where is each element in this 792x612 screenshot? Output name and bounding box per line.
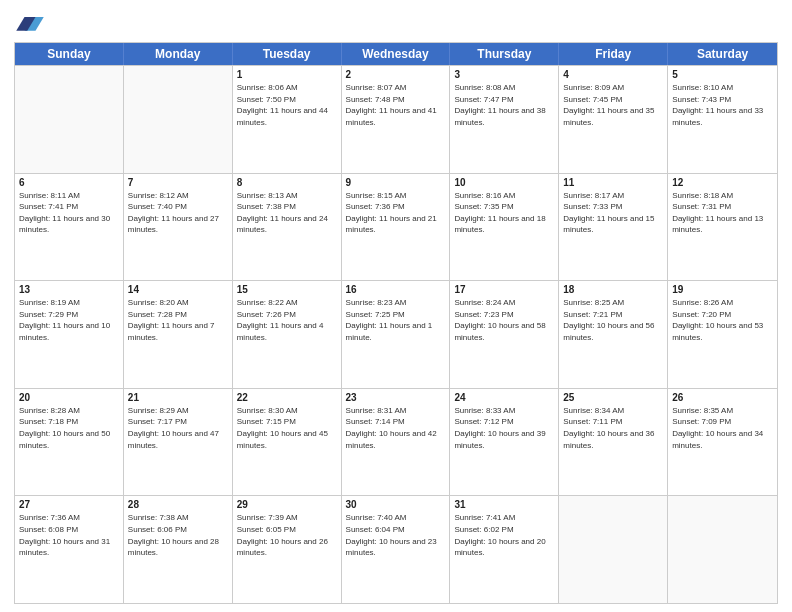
cell-info: Sunrise: 8:28 AM Sunset: 7:18 PM Dayligh… (19, 405, 119, 451)
cell-info: Sunrise: 8:16 AM Sunset: 7:35 PM Dayligh… (454, 190, 554, 236)
calendar-cell: 1Sunrise: 8:06 AM Sunset: 7:50 PM Daylig… (233, 66, 342, 173)
calendar-week-2: 6Sunrise: 8:11 AM Sunset: 7:41 PM Daylig… (15, 173, 777, 281)
calendar-cell: 5Sunrise: 8:10 AM Sunset: 7:43 PM Daylig… (668, 66, 777, 173)
cell-day-number: 10 (454, 177, 554, 188)
cell-day-number: 11 (563, 177, 663, 188)
day-header-wednesday: Wednesday (342, 43, 451, 65)
cell-info: Sunrise: 7:36 AM Sunset: 6:08 PM Dayligh… (19, 512, 119, 558)
calendar-cell: 26Sunrise: 8:35 AM Sunset: 7:09 PM Dayli… (668, 389, 777, 496)
cell-info: Sunrise: 7:41 AM Sunset: 6:02 PM Dayligh… (454, 512, 554, 558)
logo-icon (16, 10, 44, 32)
calendar-cell: 27Sunrise: 7:36 AM Sunset: 6:08 PM Dayli… (15, 496, 124, 603)
cell-info: Sunrise: 8:29 AM Sunset: 7:17 PM Dayligh… (128, 405, 228, 451)
cell-info: Sunrise: 8:10 AM Sunset: 7:43 PM Dayligh… (672, 82, 773, 128)
cell-info: Sunrise: 8:19 AM Sunset: 7:29 PM Dayligh… (19, 297, 119, 343)
day-header-monday: Monday (124, 43, 233, 65)
calendar-cell: 11Sunrise: 8:17 AM Sunset: 7:33 PM Dayli… (559, 174, 668, 281)
cell-info: Sunrise: 8:06 AM Sunset: 7:50 PM Dayligh… (237, 82, 337, 128)
cell-info: Sunrise: 8:13 AM Sunset: 7:38 PM Dayligh… (237, 190, 337, 236)
cell-day-number: 17 (454, 284, 554, 295)
calendar-cell: 22Sunrise: 8:30 AM Sunset: 7:15 PM Dayli… (233, 389, 342, 496)
cell-day-number: 9 (346, 177, 446, 188)
cell-info: Sunrise: 8:11 AM Sunset: 7:41 PM Dayligh… (19, 190, 119, 236)
cell-info: Sunrise: 8:25 AM Sunset: 7:21 PM Dayligh… (563, 297, 663, 343)
header (14, 10, 778, 36)
cell-info: Sunrise: 8:08 AM Sunset: 7:47 PM Dayligh… (454, 82, 554, 128)
calendar-cell: 31Sunrise: 7:41 AM Sunset: 6:02 PM Dayli… (450, 496, 559, 603)
cell-day-number: 12 (672, 177, 773, 188)
calendar-cell: 2Sunrise: 8:07 AM Sunset: 7:48 PM Daylig… (342, 66, 451, 173)
cell-info: Sunrise: 8:31 AM Sunset: 7:14 PM Dayligh… (346, 405, 446, 451)
cell-day-number: 16 (346, 284, 446, 295)
cell-info: Sunrise: 8:17 AM Sunset: 7:33 PM Dayligh… (563, 190, 663, 236)
cell-day-number: 25 (563, 392, 663, 403)
cell-info: Sunrise: 7:40 AM Sunset: 6:04 PM Dayligh… (346, 512, 446, 558)
cell-day-number: 29 (237, 499, 337, 510)
cell-day-number: 3 (454, 69, 554, 80)
calendar-cell: 28Sunrise: 7:38 AM Sunset: 6:06 PM Dayli… (124, 496, 233, 603)
calendar-cell: 9Sunrise: 8:15 AM Sunset: 7:36 PM Daylig… (342, 174, 451, 281)
cell-day-number: 5 (672, 69, 773, 80)
calendar-week-5: 27Sunrise: 7:36 AM Sunset: 6:08 PM Dayli… (15, 495, 777, 603)
calendar-cell: 13Sunrise: 8:19 AM Sunset: 7:29 PM Dayli… (15, 281, 124, 388)
calendar-week-4: 20Sunrise: 8:28 AM Sunset: 7:18 PM Dayli… (15, 388, 777, 496)
cell-day-number: 15 (237, 284, 337, 295)
cell-info: Sunrise: 8:30 AM Sunset: 7:15 PM Dayligh… (237, 405, 337, 451)
calendar-cell (124, 66, 233, 173)
calendar-cell (559, 496, 668, 603)
calendar-cell: 7Sunrise: 8:12 AM Sunset: 7:40 PM Daylig… (124, 174, 233, 281)
cell-day-number: 31 (454, 499, 554, 510)
cell-info: Sunrise: 8:09 AM Sunset: 7:45 PM Dayligh… (563, 82, 663, 128)
cell-day-number: 2 (346, 69, 446, 80)
cell-day-number: 1 (237, 69, 337, 80)
cell-day-number: 4 (563, 69, 663, 80)
calendar-header: SundayMondayTuesdayWednesdayThursdayFrid… (15, 43, 777, 65)
calendar-cell: 8Sunrise: 8:13 AM Sunset: 7:38 PM Daylig… (233, 174, 342, 281)
cell-info: Sunrise: 7:38 AM Sunset: 6:06 PM Dayligh… (128, 512, 228, 558)
cell-info: Sunrise: 8:24 AM Sunset: 7:23 PM Dayligh… (454, 297, 554, 343)
calendar-cell: 12Sunrise: 8:18 AM Sunset: 7:31 PM Dayli… (668, 174, 777, 281)
calendar-cell: 15Sunrise: 8:22 AM Sunset: 7:26 PM Dayli… (233, 281, 342, 388)
logo (14, 10, 46, 36)
calendar-cell (15, 66, 124, 173)
cell-day-number: 8 (237, 177, 337, 188)
calendar-cell: 3Sunrise: 8:08 AM Sunset: 7:47 PM Daylig… (450, 66, 559, 173)
calendar-body: 1Sunrise: 8:06 AM Sunset: 7:50 PM Daylig… (15, 65, 777, 603)
cell-day-number: 30 (346, 499, 446, 510)
calendar-cell: 24Sunrise: 8:33 AM Sunset: 7:12 PM Dayli… (450, 389, 559, 496)
cell-info: Sunrise: 8:18 AM Sunset: 7:31 PM Dayligh… (672, 190, 773, 236)
day-header-tuesday: Tuesday (233, 43, 342, 65)
cell-day-number: 22 (237, 392, 337, 403)
day-header-sunday: Sunday (15, 43, 124, 65)
cell-day-number: 19 (672, 284, 773, 295)
page: SundayMondayTuesdayWednesdayThursdayFrid… (0, 0, 792, 612)
cell-day-number: 21 (128, 392, 228, 403)
cell-day-number: 14 (128, 284, 228, 295)
calendar-cell: 14Sunrise: 8:20 AM Sunset: 7:28 PM Dayli… (124, 281, 233, 388)
cell-day-number: 20 (19, 392, 119, 403)
calendar-cell: 21Sunrise: 8:29 AM Sunset: 7:17 PM Dayli… (124, 389, 233, 496)
day-header-friday: Friday (559, 43, 668, 65)
calendar-cell: 25Sunrise: 8:34 AM Sunset: 7:11 PM Dayli… (559, 389, 668, 496)
cell-day-number: 28 (128, 499, 228, 510)
cell-info: Sunrise: 8:35 AM Sunset: 7:09 PM Dayligh… (672, 405, 773, 451)
cell-info: Sunrise: 8:23 AM Sunset: 7:25 PM Dayligh… (346, 297, 446, 343)
cell-day-number: 24 (454, 392, 554, 403)
cell-info: Sunrise: 8:33 AM Sunset: 7:12 PM Dayligh… (454, 405, 554, 451)
calendar-cell: 19Sunrise: 8:26 AM Sunset: 7:20 PM Dayli… (668, 281, 777, 388)
day-header-thursday: Thursday (450, 43, 559, 65)
day-header-saturday: Saturday (668, 43, 777, 65)
cell-day-number: 18 (563, 284, 663, 295)
calendar-week-3: 13Sunrise: 8:19 AM Sunset: 7:29 PM Dayli… (15, 280, 777, 388)
calendar-cell: 4Sunrise: 8:09 AM Sunset: 7:45 PM Daylig… (559, 66, 668, 173)
calendar-cell: 30Sunrise: 7:40 AM Sunset: 6:04 PM Dayli… (342, 496, 451, 603)
cell-info: Sunrise: 8:20 AM Sunset: 7:28 PM Dayligh… (128, 297, 228, 343)
cell-day-number: 23 (346, 392, 446, 403)
calendar-cell (668, 496, 777, 603)
cell-info: Sunrise: 7:39 AM Sunset: 6:05 PM Dayligh… (237, 512, 337, 558)
cell-info: Sunrise: 8:34 AM Sunset: 7:11 PM Dayligh… (563, 405, 663, 451)
calendar-cell: 16Sunrise: 8:23 AM Sunset: 7:25 PM Dayli… (342, 281, 451, 388)
calendar-cell: 10Sunrise: 8:16 AM Sunset: 7:35 PM Dayli… (450, 174, 559, 281)
cell-info: Sunrise: 8:12 AM Sunset: 7:40 PM Dayligh… (128, 190, 228, 236)
cell-info: Sunrise: 8:15 AM Sunset: 7:36 PM Dayligh… (346, 190, 446, 236)
